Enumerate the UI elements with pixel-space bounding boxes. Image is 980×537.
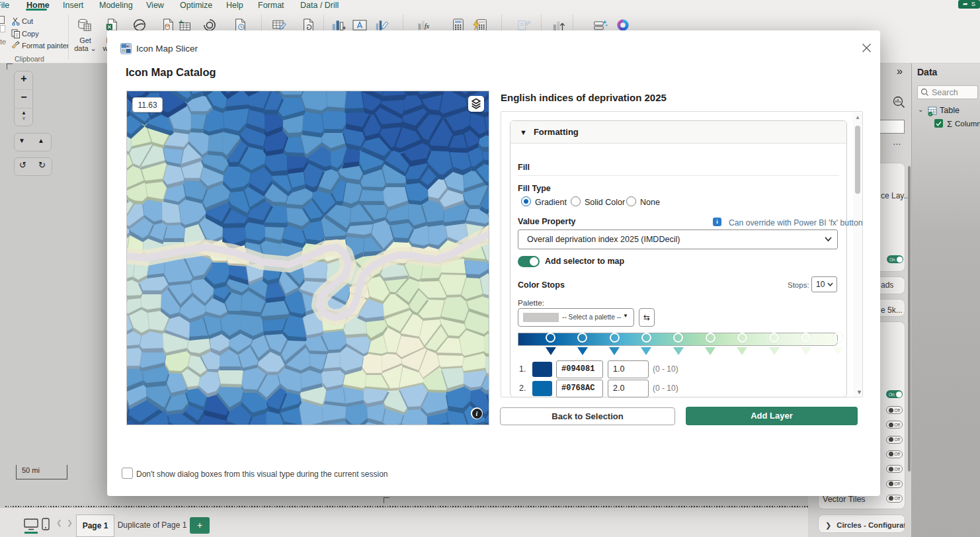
svg-text:fx: fx <box>425 23 430 30</box>
